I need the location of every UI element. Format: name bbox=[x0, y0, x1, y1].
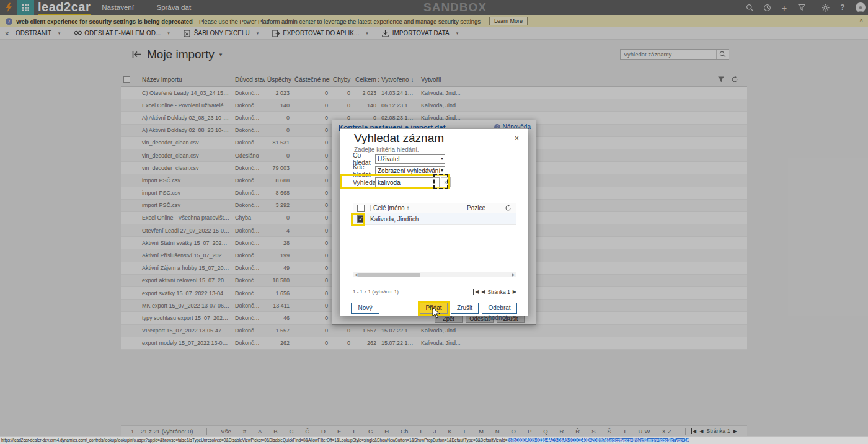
previous-page-icon[interactable]: ◀ bbox=[481, 289, 485, 295]
add-button[interactable]: Přidat bbox=[420, 303, 448, 314]
lookup-name-column-label: Celé jméno bbox=[373, 205, 405, 211]
browser-status-bar: https://lead2car-dealer-dev.crm4.dynamic… bbox=[0, 436, 868, 444]
lookup-grid-header: Celé jméno ↑ Pozice bbox=[353, 203, 516, 213]
status-url: https://lead2car-dealer-dev.crm4.dynamic… bbox=[1, 438, 508, 442]
lookup-grid-footer: 1 - 1 z 1 (vybráno: 1) ◀ ◀ Stránka 1 ▶ bbox=[353, 287, 516, 296]
lookup-results-grid: Celé jméno ↑ Pozice ✓ Kalivoda, Jindřich… bbox=[353, 203, 516, 286]
look-in-select[interactable]: Zobrazení vyhledávání uživat ▾ bbox=[375, 166, 445, 175]
lookup-page-indicator: Stránka 1 bbox=[487, 289, 510, 295]
look-for-field-row: Co hledat Uživatel ▾ bbox=[353, 154, 445, 164]
search-field-label: Vyhledat bbox=[353, 179, 375, 186]
lookup-record-range: 1 - 1 z 1 (vybráno: 1) bbox=[353, 289, 399, 295]
lookup-pager: ◀ ◀ Stránka 1 ▶ bbox=[473, 289, 516, 295]
cancel-button[interactable]: Zrušit bbox=[451, 303, 479, 314]
lookup-search-input[interactable] bbox=[375, 177, 440, 187]
clear-search-icon[interactable]: × bbox=[441, 177, 451, 187]
look-in-label: Kde hledat bbox=[353, 163, 375, 178]
lookup-result-row[interactable]: ✓ Kalivoda, Jindřich bbox=[353, 213, 516, 225]
scrollbar-thumb[interactable] bbox=[358, 273, 420, 277]
lookup-result-name[interactable]: Kalivoda, Jindřich bbox=[368, 216, 418, 223]
look-in-value: Zobrazení vyhledávání uživat bbox=[378, 167, 440, 174]
chevron-down-icon: ▾ bbox=[441, 167, 443, 173]
new-button[interactable]: Nový bbox=[351, 303, 379, 314]
look-for-value: Uživatel bbox=[378, 156, 440, 162]
remove-value-button[interactable]: Odebrat hodnotu bbox=[482, 303, 517, 314]
lookup-name-column-header[interactable]: Celé jméno ↑ bbox=[373, 205, 461, 211]
lookup-row-checkbox-checked[interactable]: ✓ bbox=[357, 215, 365, 223]
app-window: lead2car Nastavení ▾ Správa dat SANDBOX … bbox=[0, 0, 868, 444]
search-field-row: Vyhledat × bbox=[353, 177, 451, 187]
horizontal-scrollbar[interactable]: ◀ ▶ bbox=[353, 272, 516, 277]
scroll-right-icon[interactable]: ▶ bbox=[511, 272, 516, 277]
dialog-title: Vyhledat záznam bbox=[354, 131, 444, 145]
chevron-down-icon: ▾ bbox=[441, 156, 443, 161]
look-in-field-row: Kde hledat Zobrazení vyhledávání uživat … bbox=[353, 166, 445, 175]
lookup-select-all-checkbox[interactable] bbox=[357, 205, 365, 212]
lookup-record-dialog: Vyhledat záznam × Zadejte kritéria hledá… bbox=[340, 128, 528, 316]
lookup-position-column-header[interactable]: Pozice bbox=[467, 205, 499, 211]
status-url-highlighted: %7bE88CA999-0816-4AE9-B6A9-9EDC840D42D8%… bbox=[508, 438, 689, 442]
next-page-icon[interactable]: ▶ bbox=[513, 289, 516, 295]
look-for-select[interactable]: Uživatel ▾ bbox=[375, 154, 445, 164]
dialog-close-icon[interactable]: × bbox=[515, 134, 519, 143]
first-page-icon[interactable]: ◀ bbox=[473, 289, 479, 295]
sort-asc-icon: ↑ bbox=[406, 205, 409, 211]
scroll-left-icon[interactable]: ◀ bbox=[353, 272, 358, 277]
lookup-refresh-icon[interactable] bbox=[505, 205, 516, 211]
